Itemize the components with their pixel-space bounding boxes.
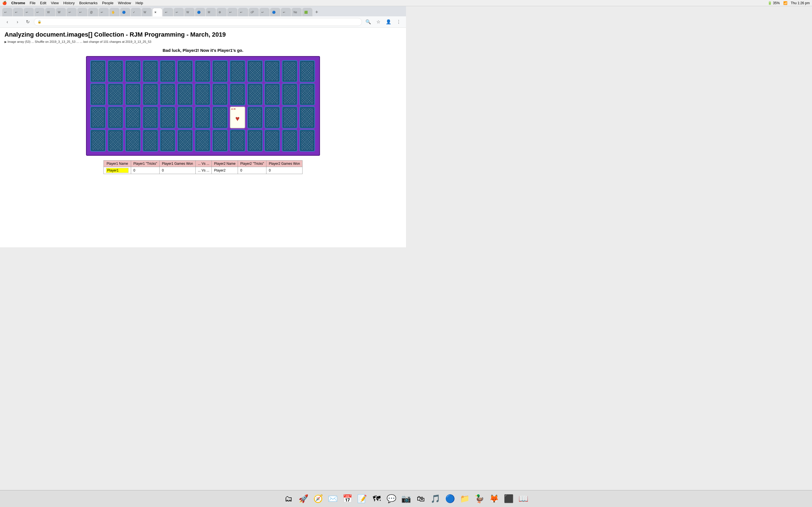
card-back[interactable]	[247, 107, 263, 128]
search-button[interactable]: 🔍	[364, 18, 372, 26]
tab-inactive-27[interactable]: Ne	[292, 8, 302, 16]
menu-chrome[interactable]: Chrome	[11, 1, 25, 5]
menu-history[interactable]: History	[63, 1, 74, 5]
card-back[interactable]	[299, 129, 315, 152]
card-back[interactable]	[143, 60, 158, 82]
tab-inactive-1[interactable]: ↩	[2, 8, 12, 16]
card-back[interactable]	[177, 83, 193, 105]
player1-name-input[interactable]	[106, 168, 129, 173]
menu-window[interactable]: Window	[118, 1, 131, 5]
tab-inactive-20[interactable]: ⚙	[216, 8, 227, 16]
url-input[interactable]: localhost:8888/analyzing_images.html	[43, 20, 358, 24]
card-back[interactable]	[247, 83, 263, 105]
card-back[interactable]	[230, 60, 245, 82]
card-back[interactable]	[264, 107, 280, 128]
tab-inactive-14[interactable]: W	[142, 8, 152, 16]
card-back[interactable]	[90, 129, 106, 152]
tab-inactive-25[interactable]: 🔵	[270, 8, 280, 16]
card-back[interactable]	[177, 60, 193, 82]
tab-inactive-8[interactable]: ↩	[77, 8, 87, 16]
bookmark-button[interactable]: ☆	[374, 18, 382, 26]
tab-inactive-5[interactable]: W	[45, 8, 55, 16]
menu-bookmarks[interactable]: Bookmarks	[79, 1, 98, 5]
tab-inactive-10[interactable]: ↩	[99, 8, 109, 16]
card-back[interactable]	[299, 83, 315, 105]
tab-inactive-21[interactable]: ↩	[227, 8, 238, 16]
card-back[interactable]	[108, 83, 123, 105]
tab-inactive-3[interactable]: ↩	[24, 8, 34, 16]
card-back[interactable]	[230, 83, 245, 105]
menu-people[interactable]: People	[102, 1, 113, 5]
tab-inactive-24[interactable]: ↩	[259, 8, 269, 16]
back-button[interactable]: ‹	[3, 18, 11, 26]
card-back[interactable]	[160, 107, 175, 128]
card-back[interactable]	[282, 60, 297, 82]
card-back[interactable]	[143, 107, 158, 128]
card-back[interactable]	[90, 60, 106, 82]
tab-inactive-22[interactable]: ↩	[238, 8, 248, 16]
tab-inactive-13[interactable]: ✓	[131, 8, 141, 16]
tab-active[interactable]: ✕	[152, 8, 162, 16]
card-back[interactable]	[160, 60, 175, 82]
card-face-ace-hearts[interactable]: A H ♥	[230, 107, 245, 128]
tab-inactive-6[interactable]: W	[56, 8, 66, 16]
tab-inactive-2[interactable]: ↩	[13, 8, 23, 16]
tab-inactive-9[interactable]: @	[88, 8, 98, 16]
card-back[interactable]	[212, 60, 228, 82]
card-back[interactable]	[125, 83, 141, 105]
tab-inactive-7[interactable]: ↩	[66, 8, 77, 16]
card-back[interactable]	[143, 129, 158, 152]
card-back[interactable]	[108, 129, 123, 152]
card-back[interactable]	[195, 107, 210, 128]
card-back[interactable]	[195, 129, 210, 152]
tab-inactive-23[interactable]: cP	[249, 8, 259, 16]
tab-inactive-19[interactable]: M	[206, 8, 216, 16]
tab-inactive-12[interactable]: 🔵	[120, 8, 130, 16]
info-bar[interactable]: Image array (53) ... Shuffle on 2019_3_1…	[4, 40, 402, 43]
reload-button[interactable]: ↻	[24, 18, 32, 26]
card-back[interactable]	[247, 60, 263, 82]
card-back[interactable]	[177, 107, 193, 128]
card-back[interactable]	[90, 107, 106, 128]
address-bar[interactable]: 🔒 localhost:8888/analyzing_images.html	[34, 18, 362, 26]
card-back[interactable]	[212, 129, 228, 152]
card-back[interactable]	[143, 83, 158, 105]
account-button[interactable]: 👤	[385, 18, 393, 26]
menu-file[interactable]: File	[30, 1, 36, 5]
tab-inactive-26[interactable]: ↩	[281, 8, 291, 16]
card-back[interactable]	[299, 107, 315, 128]
menu-button[interactable]: ⋮	[395, 18, 403, 26]
player1-name-cell[interactable]	[104, 167, 131, 174]
card-back[interactable]	[125, 60, 141, 82]
card-back[interactable]	[160, 83, 175, 105]
tab-inactive-4[interactable]: ↩	[35, 8, 45, 16]
card-back[interactable]	[108, 107, 123, 128]
card-back[interactable]	[264, 83, 280, 105]
card-back[interactable]	[108, 60, 123, 82]
card-back[interactable]	[212, 83, 228, 105]
card-back[interactable]	[230, 129, 245, 152]
card-back[interactable]	[282, 107, 297, 128]
new-tab-button[interactable]: +	[313, 9, 320, 15]
card-back[interactable]	[160, 129, 175, 152]
tab-inactive-17[interactable]: W	[185, 8, 195, 16]
forward-button[interactable]: ›	[13, 18, 21, 26]
tab-inactive-11[interactable]: 🖐	[109, 8, 119, 16]
card-back[interactable]	[90, 83, 106, 105]
card-back[interactable]	[282, 129, 297, 152]
tab-inactive-28[interactable]: 🟩	[302, 8, 312, 16]
card-back[interactable]	[264, 129, 280, 152]
card-back[interactable]	[125, 107, 141, 128]
card-back[interactable]	[282, 83, 297, 105]
card-back[interactable]	[125, 129, 141, 152]
card-back[interactable]	[299, 60, 315, 82]
menu-edit[interactable]: Edit	[40, 1, 46, 5]
card-back[interactable]	[195, 60, 210, 82]
card-back[interactable]	[264, 60, 280, 82]
menu-help[interactable]: Help	[136, 1, 143, 5]
menu-view[interactable]: View	[51, 1, 59, 5]
card-back[interactable]	[247, 129, 263, 152]
tab-inactive-15[interactable]: ↩	[163, 8, 173, 16]
apple-menu[interactable]: 🍎	[2, 1, 7, 5]
tab-inactive-18[interactable]: 🔵	[195, 8, 205, 16]
